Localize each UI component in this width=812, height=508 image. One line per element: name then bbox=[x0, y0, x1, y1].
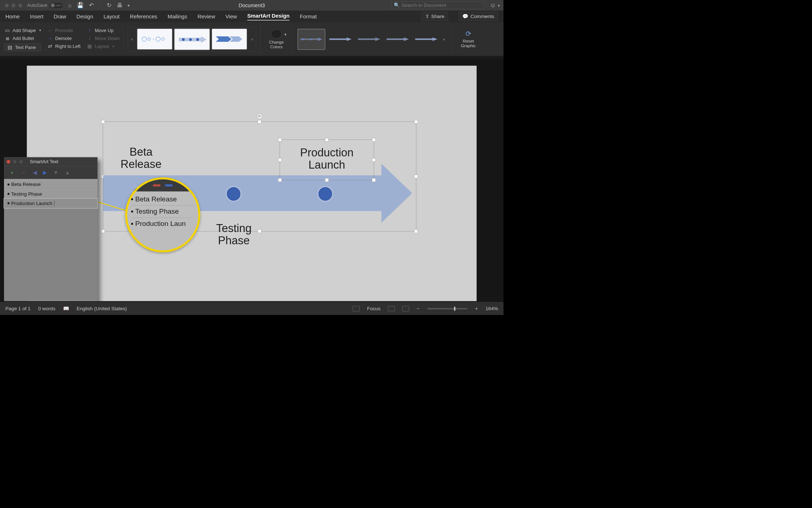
change-colors-button[interactable]: Change Colors bbox=[269, 29, 284, 49]
undo-icon[interactable]: ↶ bbox=[89, 2, 94, 9]
text-pane-item-2[interactable]: Testing Phase bbox=[4, 189, 97, 199]
tab-draw[interactable]: Draw bbox=[54, 13, 66, 19]
separator bbox=[100, 3, 101, 8]
resize-handle[interactable] bbox=[101, 120, 105, 124]
gallery-prev-button[interactable]: ‹ bbox=[128, 28, 136, 50]
style-option-3[interactable] bbox=[356, 29, 382, 49]
style-option-4[interactable] bbox=[384, 29, 411, 49]
move-down-icon[interactable]: ▼ bbox=[53, 169, 59, 175]
promote-icon: ← bbox=[47, 27, 53, 33]
status-language[interactable]: English (United States) bbox=[76, 306, 127, 312]
add-bullet-button[interactable]: ≣Add Bullet bbox=[4, 35, 41, 41]
rtl-button[interactable]: ⇄Right to Left bbox=[47, 44, 81, 49]
smartart-text-pane[interactable]: SmartArt Text ＋ － ◀ ▶ ▼ ▲ Beta Release T… bbox=[4, 157, 97, 301]
demote-icon[interactable]: ▶ bbox=[43, 169, 47, 175]
resize-handle[interactable] bbox=[278, 138, 282, 142]
demote-button[interactable]: →Demote bbox=[47, 35, 81, 41]
layout-option-3[interactable] bbox=[212, 28, 247, 49]
add-item-icon[interactable]: ＋ bbox=[9, 169, 15, 176]
customize-qat-icon[interactable]: ▾ bbox=[128, 3, 130, 8]
tab-smartart-design[interactable]: SmartArt Design bbox=[247, 13, 290, 21]
redo-icon[interactable]: ↻ bbox=[107, 2, 111, 9]
layouts-gallery: ‹ › › bbox=[128, 27, 256, 52]
search-input[interactable]: 🔍 Search in Document bbox=[391, 1, 485, 9]
spellcheck-icon[interactable]: 📖 bbox=[63, 306, 69, 312]
tab-format[interactable]: Format bbox=[300, 13, 317, 19]
timeline-dot-2[interactable] bbox=[226, 186, 241, 201]
account-menu-icon[interactable]: ▾ bbox=[498, 3, 500, 8]
bullet-icon bbox=[8, 193, 9, 195]
comments-button[interactable]: 💬Comments bbox=[458, 12, 498, 21]
arrow-head[interactable] bbox=[381, 164, 412, 223]
status-focus[interactable]: Focus bbox=[367, 306, 380, 312]
styles-next-button[interactable]: › bbox=[441, 36, 447, 42]
resize-handle[interactable] bbox=[325, 138, 328, 142]
style-option-2[interactable] bbox=[327, 29, 354, 49]
tab-view[interactable]: View bbox=[225, 13, 237, 19]
add-shape-button[interactable]: ▭Add Shape▾ bbox=[4, 27, 41, 33]
move-up-icon[interactable]: ▲ bbox=[65, 169, 70, 175]
status-words[interactable]: 0 words bbox=[38, 306, 56, 312]
focus-view-icon[interactable] bbox=[353, 306, 359, 311]
autosave-toggle[interactable]: AutoSave OFF bbox=[27, 3, 68, 8]
resize-handle[interactable] bbox=[278, 178, 282, 182]
resize-handle[interactable] bbox=[414, 175, 418, 178]
promote-icon[interactable]: ◀ bbox=[33, 169, 37, 175]
tab-design[interactable]: Design bbox=[76, 13, 93, 19]
resize-handle[interactable] bbox=[101, 230, 105, 233]
web-layout-icon[interactable] bbox=[402, 306, 409, 311]
status-page[interactable]: Page 1 of 1 bbox=[5, 306, 31, 312]
node-edit-box[interactable]: Production Launch bbox=[280, 140, 374, 181]
document-canvas[interactable]: ⟳ Beta Release Testing Phase bbox=[0, 59, 503, 301]
share-button[interactable]: ⇪Share bbox=[421, 12, 448, 21]
gallery-next-button[interactable]: › bbox=[248, 28, 256, 50]
resize-handle[interactable] bbox=[325, 178, 328, 182]
print-icon[interactable]: 🖶 bbox=[117, 2, 123, 9]
rotate-handle-icon[interactable]: ⟳ bbox=[257, 114, 262, 119]
home-icon[interactable]: ⌂ bbox=[68, 2, 71, 9]
tab-mailings[interactable]: Mailings bbox=[168, 13, 187, 19]
resize-handle[interactable] bbox=[372, 178, 376, 182]
palette-icon bbox=[271, 29, 282, 39]
tab-review[interactable]: Review bbox=[198, 13, 215, 19]
style-option-5[interactable] bbox=[413, 29, 440, 49]
text-pane-item-3[interactable]: Production Launch bbox=[4, 199, 97, 208]
layout-option-1[interactable]: › bbox=[137, 28, 172, 49]
resize-handle[interactable] bbox=[414, 120, 418, 124]
status-zoom[interactable]: 164% bbox=[485, 306, 498, 312]
text-pane-list[interactable]: Beta Release Testing Phase Production La… bbox=[4, 179, 97, 209]
text-pane-item-1[interactable]: Beta Release bbox=[4, 180, 97, 189]
move-up-button[interactable]: ↑Move Up bbox=[87, 27, 120, 33]
layout-option-2[interactable] bbox=[174, 28, 210, 50]
timeline-dot-3[interactable] bbox=[318, 186, 333, 201]
tab-insert[interactable]: Insert bbox=[30, 13, 43, 19]
close-pane-icon[interactable] bbox=[7, 160, 10, 164]
tab-home[interactable]: Home bbox=[5, 13, 20, 19]
zoom-out-icon[interactable]: − bbox=[417, 306, 420, 312]
zoom-window-icon[interactable] bbox=[18, 4, 22, 8]
account-icon[interactable]: ☺ bbox=[490, 2, 496, 9]
close-window-icon[interactable] bbox=[5, 4, 9, 8]
node-label-3[interactable]: Production Launch bbox=[280, 147, 374, 171]
node-label-1[interactable]: Beta Release bbox=[114, 146, 168, 170]
remove-item-icon[interactable]: － bbox=[21, 169, 26, 176]
tab-references[interactable]: References bbox=[130, 13, 157, 19]
node-label-2[interactable]: Testing Phase bbox=[205, 222, 263, 247]
magnifier-item-label: Beta Release bbox=[135, 195, 177, 203]
tab-layout[interactable]: Layout bbox=[103, 13, 120, 19]
chevron-down-icon: ▾ bbox=[112, 45, 114, 48]
reset-graphic-button[interactable]: ⟳ Reset Graphic bbox=[461, 30, 476, 48]
text-pane-titlebar[interactable]: SmartArt Text bbox=[4, 157, 97, 166]
zoom-in-icon[interactable]: + bbox=[475, 306, 478, 312]
text-pane-button[interactable]: ▤Text Pane bbox=[4, 44, 41, 51]
resize-handle[interactable] bbox=[372, 138, 376, 142]
zoom-slider[interactable] bbox=[427, 308, 468, 309]
style-option-1[interactable] bbox=[297, 29, 325, 50]
minimize-window-icon[interactable] bbox=[12, 4, 16, 8]
save-icon[interactable]: 💾 bbox=[77, 2, 84, 9]
text-pane-toolbar: ＋ － ◀ ▶ ▼ ▲ bbox=[4, 166, 97, 179]
resize-handle[interactable] bbox=[258, 120, 261, 124]
resize-handle[interactable] bbox=[414, 230, 418, 233]
autosave-switch[interactable]: OFF bbox=[50, 3, 63, 8]
print-layout-icon[interactable] bbox=[388, 306, 395, 311]
